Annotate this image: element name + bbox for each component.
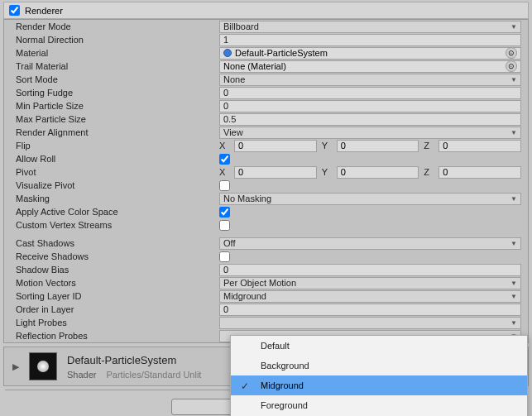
visualize-pivot-checkbox[interactable] [219, 180, 230, 191]
label-material: Material [11, 48, 219, 58]
axis-x-label: X [219, 167, 229, 177]
sorting-fudge-input[interactable]: 0 [219, 87, 521, 99]
shader-label: Shader [67, 370, 96, 380]
label-render-alignment: Render Alignment [11, 127, 219, 137]
max-particle-size-input[interactable]: 0.5 [219, 113, 521, 126]
chevron-down-icon: ▼ [510, 280, 517, 287]
label-trail-material: Trail Material [11, 61, 219, 71]
cast-shadows-dropdown[interactable]: Off▼ [219, 237, 521, 250]
shader-value[interactable]: Particles/Standard Unlit [106, 370, 201, 380]
material-icon [223, 49, 232, 57]
label-shadow-bias: Shadow Bias [11, 265, 219, 275]
label-reflection-probes: Reflection Probes [11, 331, 219, 341]
label-light-probes: Light Probes [11, 318, 219, 328]
popup-item-midground[interactable]: ✓Midground [231, 375, 527, 395]
pivot-y-input[interactable]: 0 [337, 166, 419, 179]
label-min-particle-size: Min Particle Size [11, 101, 219, 111]
chevron-down-icon: ▼ [510, 195, 517, 203]
check-icon: ✓ [241, 380, 249, 392]
object-picker-icon[interactable]: ⊙ [506, 47, 517, 59]
min-particle-size-input[interactable]: 0 [219, 100, 521, 112]
render-mode-dropdown[interactable]: Billboard▼ [219, 21, 521, 33]
label-render-mode: Render Mode [11, 22, 219, 31]
pivot-x-input[interactable]: 0 [234, 166, 317, 179]
renderer-enabled-checkbox[interactable] [9, 5, 20, 16]
render-alignment-dropdown[interactable]: View▼ [219, 127, 521, 139]
chevron-down-icon: ▼ [510, 240, 517, 247]
material-thumbnail [29, 352, 57, 380]
popup-item-foreground[interactable]: Foreground [231, 395, 527, 415]
material-field[interactable]: Default-ParticleSystem⊙ [219, 47, 521, 60]
receive-shadows-checkbox[interactable] [219, 251, 230, 262]
pivot-z-input[interactable]: 0 [439, 166, 521, 179]
renderer-section-header[interactable]: Renderer [3, 2, 529, 19]
renderer-title: Renderer [25, 6, 63, 16]
label-pivot: Pivot [11, 167, 219, 177]
custom-vertex-streams-checkbox[interactable] [219, 220, 230, 231]
motion-vectors-dropdown[interactable]: Per Object Motion▼ [219, 277, 521, 289]
chevron-down-icon: ▼ [510, 76, 517, 84]
chevron-down-icon: ▼ [510, 23, 517, 31]
axis-y-label: Y [322, 167, 332, 177]
label-custom-vertex-streams: Custom Vertex Streams [11, 220, 219, 230]
apply-active-color-space-checkbox[interactable] [219, 207, 230, 218]
axis-z-label: Z [424, 141, 434, 151]
label-masking: Masking [11, 194, 219, 203]
label-apply-active-color-space: Apply Active Color Space [11, 207, 219, 217]
flip-x-input[interactable]: 0 [234, 140, 317, 152]
shadow-bias-input[interactable]: 0 [219, 264, 521, 276]
sorting-layer-popup: Default Background ✓Midground Foreground… [230, 335, 528, 416]
popup-item-background[interactable]: Background [231, 356, 527, 375]
label-sorting-layer-id: Sorting Layer ID [11, 291, 219, 301]
normal-direction-input[interactable]: 1 [219, 34, 521, 46]
label-max-particle-size: Max Particle Size [11, 114, 219, 124]
axis-z-label: Z [424, 167, 434, 177]
label-receive-shadows: Receive Shadows [11, 251, 219, 261]
label-motion-vectors: Motion Vectors [11, 278, 219, 288]
axis-x-label: X [219, 141, 229, 151]
label-flip: Flip [11, 141, 219, 151]
allow-roll-checkbox[interactable] [219, 154, 230, 165]
renderer-panel: Render ModeBillboard▼ Normal Direction1 … [3, 19, 529, 343]
sort-mode-dropdown[interactable]: None▼ [219, 74, 521, 86]
trail-material-field[interactable]: None (Material)⊙ [219, 60, 521, 73]
chevron-down-icon: ▼ [510, 293, 517, 300]
label-allow-roll: Allow Roll [11, 154, 219, 164]
flip-z-input[interactable]: 0 [439, 140, 521, 152]
axis-y-label: Y [322, 141, 332, 151]
label-normal-direction: Normal Direction [11, 35, 219, 45]
sorting-layer-id-dropdown[interactable]: Midground▼ [219, 290, 521, 303]
flip-y-input[interactable]: 0 [337, 140, 419, 152]
label-cast-shadows: Cast Shadows [11, 238, 219, 248]
order-in-layer-input[interactable]: 0 [219, 304, 521, 316]
expand-arrow-icon[interactable]: ▶ [12, 361, 19, 372]
masking-dropdown[interactable]: No Masking▼ [219, 193, 521, 205]
label-order-in-layer: Order in Layer [11, 304, 219, 314]
object-picker-icon[interactable]: ⊙ [506, 60, 517, 72]
label-visualize-pivot: Visualize Pivot [11, 180, 219, 190]
light-probes-dropdown[interactable]: ▼ [219, 317, 521, 329]
chevron-down-icon: ▼ [510, 319, 517, 327]
label-sort-mode: Sort Mode [11, 74, 219, 84]
popup-item-default[interactable]: Default [231, 336, 527, 356]
label-sorting-fudge: Sorting Fudge [11, 88, 219, 98]
chevron-down-icon: ▼ [510, 129, 517, 136]
